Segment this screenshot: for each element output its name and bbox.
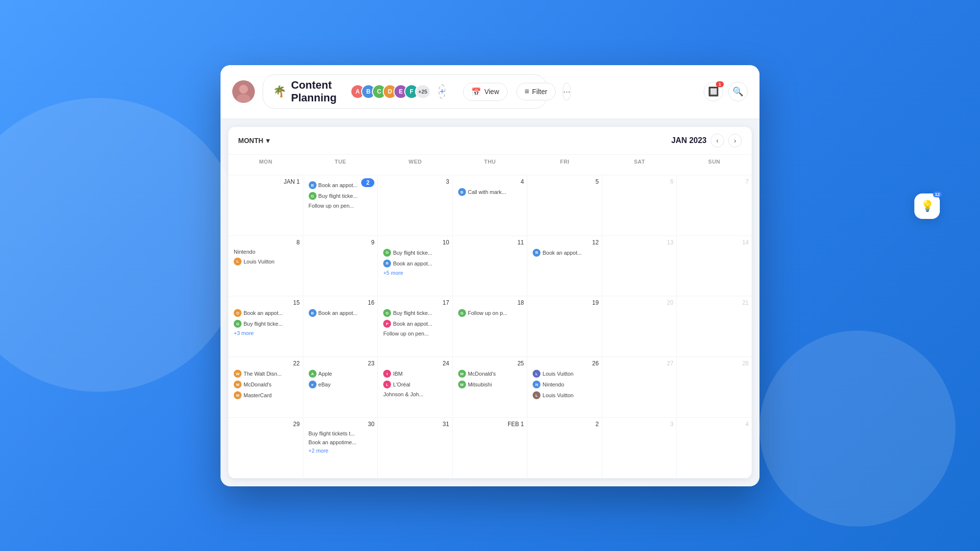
more-options-button[interactable]: ··· <box>563 83 571 100</box>
day-cell[interactable]: FEB 1 <box>453 418 528 479</box>
event-item[interactable]: G Buy flight ticke... <box>231 319 300 329</box>
day-number: 30 <box>306 421 375 428</box>
event-item[interactable]: B Book an appot... <box>381 259 449 268</box>
day-cell[interactable]: 21 <box>677 296 752 357</box>
day-cell[interactable]: 14 <box>677 236 752 297</box>
event-item[interactable]: Follow up on pen... <box>381 330 449 337</box>
view-button[interactable]: 📅 View <box>463 83 507 101</box>
event-text: Book an appot... <box>318 310 358 316</box>
event-item[interactable]: B Book an appot... <box>306 308 375 318</box>
day-cell[interactable]: 25 M McDonald's M Mitsubishi <box>453 357 528 418</box>
event-item-mcdonalds2[interactable]: M McDonald's <box>456 369 524 379</box>
event-item[interactable]: O Book an appot... <box>231 308 300 318</box>
user-avatar[interactable] <box>232 80 255 103</box>
event-item-louisv2[interactable]: L Louis Vuitton <box>530 390 599 400</box>
day-cell[interactable]: 12 B Book an appot... <box>527 236 602 297</box>
day-cell[interactable]: 11 <box>453 236 528 297</box>
event-item[interactable]: Buy flight tickets t... <box>306 430 375 437</box>
day-cell-today[interactable]: 2 B Book an appot... G Buy flight ticke.… <box>303 175 378 236</box>
event-item[interactable]: Nintendo <box>231 248 300 256</box>
app-window: 🌴 Content Planning A B C D E F +25 + 📅 V… <box>220 65 760 486</box>
day-cell[interactable]: 7 <box>677 175 752 236</box>
day-cell[interactable]: 30 Buy flight tickets t... Book an appot… <box>303 418 378 479</box>
filter-button[interactable]: ≡ Filter <box>516 83 556 100</box>
event-item[interactable]: Follow up on pen... <box>306 202 375 210</box>
event-text: Johnson & Joh... <box>383 391 423 397</box>
day-cell[interactable]: 4 B Call with mark... <box>453 175 528 236</box>
event-item-jj[interactable]: Johnson & Joh... <box>381 390 449 398</box>
notifications-button[interactable]: 🔲 1 <box>704 82 723 101</box>
day-cell[interactable]: 26 L Louis Vuitton N Nintendo L Louis Vu… <box>527 357 602 418</box>
more-events-link[interactable]: +3 more <box>231 330 300 336</box>
event-avatar: e <box>309 381 317 388</box>
event-item-nintendo[interactable]: N Nintendo <box>530 380 599 389</box>
search-button[interactable]: 🔍 <box>728 82 748 101</box>
event-item-ibm[interactable]: I IBM <box>381 369 449 379</box>
day-cell[interactable]: 20 <box>602 296 677 357</box>
day-cell[interactable]: 22 W The Walt Disn... M McDonald's M Mas… <box>228 357 303 418</box>
event-item[interactable]: W The Walt Disn... <box>231 369 300 379</box>
day-cell[interactable]: 6 <box>602 175 677 236</box>
prev-month-button[interactable]: ‹ <box>710 134 724 147</box>
event-item-apple[interactable]: A Apple <box>306 369 375 379</box>
event-item[interactable]: G Buy flight ticke... <box>381 248 449 258</box>
day-cell[interactable]: 29 <box>228 418 303 479</box>
event-item[interactable]: Book an appotime... <box>306 438 375 446</box>
day-header-wed: WED <box>378 155 453 176</box>
notification-badge: 1 <box>716 81 724 87</box>
month-selector[interactable]: MONTH ▾ <box>238 137 270 144</box>
bulb-icon: 💡 <box>921 200 934 213</box>
day-number: 10 <box>381 239 449 246</box>
event-item-louisv1[interactable]: L Louis Vuitton <box>530 369 599 379</box>
day-cell[interactable]: 15 O Book an appot... G Buy flight ticke… <box>228 296 303 357</box>
day-cell[interactable]: 8 Nintendo L Louis Vuitton <box>228 236 303 297</box>
event-text: Follow up on p... <box>468 310 508 316</box>
day-number: 15 <box>231 299 300 306</box>
next-month-button[interactable]: › <box>728 134 742 147</box>
day-number: 3 <box>605 421 674 428</box>
day-number: 25 <box>456 360 524 367</box>
notification-count-badge: 12 <box>933 192 942 197</box>
day-cell[interactable]: 28 <box>677 357 752 418</box>
day-cell[interactable]: 27 <box>602 357 677 418</box>
day-cell[interactable]: 4 <box>677 418 752 479</box>
day-cell[interactable]: 3 <box>602 418 677 479</box>
event-item-loreal[interactable]: L L'Oréal <box>381 380 449 389</box>
more-events-link[interactable]: +2 more <box>306 447 375 454</box>
event-item[interactable]: G Buy flight ticke... <box>381 308 449 318</box>
event-item[interactable]: L Louis Vuitton <box>231 257 300 266</box>
day-number: 6 <box>605 178 674 185</box>
day-cell[interactable]: JAN 1 <box>228 175 303 236</box>
add-collaborator-button[interactable]: + <box>439 84 446 99</box>
event-item[interactable]: P Book an appot... <box>381 319 449 329</box>
day-cell[interactable]: 13 <box>602 236 677 297</box>
day-cell[interactable]: 23 A Apple e eBay <box>303 357 378 418</box>
day-cell[interactable]: 31 <box>378 418 453 479</box>
day-cell[interactable]: 2 <box>527 418 602 479</box>
day-cell[interactable]: 19 <box>527 296 602 357</box>
day-cell[interactable]: 3 <box>378 175 453 236</box>
day-cell[interactable]: 18 G Follow up on p... <box>453 296 528 357</box>
event-item[interactable]: G Buy flight ticke... <box>306 191 375 201</box>
event-avatar: A <box>309 370 317 378</box>
event-item-mitsubishi[interactable]: M Mitsubishi <box>456 380 524 389</box>
event-item-ebay[interactable]: e eBay <box>306 380 375 389</box>
event-item[interactable]: B Book an appot... <box>530 248 599 258</box>
day-cell[interactable]: 17 G Buy flight ticke... P Book an appot… <box>378 296 453 357</box>
event-item-mastercard[interactable]: M MasterCard <box>231 390 300 400</box>
day-cell[interactable]: 10 G Buy flight ticke... B Book an appot… <box>378 236 453 297</box>
event-item[interactable]: G Follow up on p... <box>456 308 524 318</box>
day-cell[interactable]: 16 B Book an appot... <box>303 296 378 357</box>
event-item[interactable]: B Call with mark... <box>456 187 524 197</box>
event-item[interactable]: B Book an appot... <box>306 180 362 190</box>
calendar-grid: MON TUE WED THU FRI SAT SUN JAN 1 2 B Bo… <box>228 155 752 479</box>
event-text: Buy flight ticke... <box>244 321 283 327</box>
day-cell[interactable]: 5 <box>527 175 602 236</box>
more-events-link[interactable]: +5 more <box>381 269 449 276</box>
day-cell[interactable]: 9 <box>303 236 378 297</box>
event-item-mcdonalds[interactable]: M McDonald's <box>231 380 300 389</box>
day-cell[interactable]: 24 I IBM L L'Oréal Johnson & Joh... <box>378 357 453 418</box>
event-avatar: L <box>533 370 540 378</box>
title-icon: 🌴 <box>273 85 286 98</box>
floating-notification-button[interactable]: 💡 12 <box>914 193 940 219</box>
